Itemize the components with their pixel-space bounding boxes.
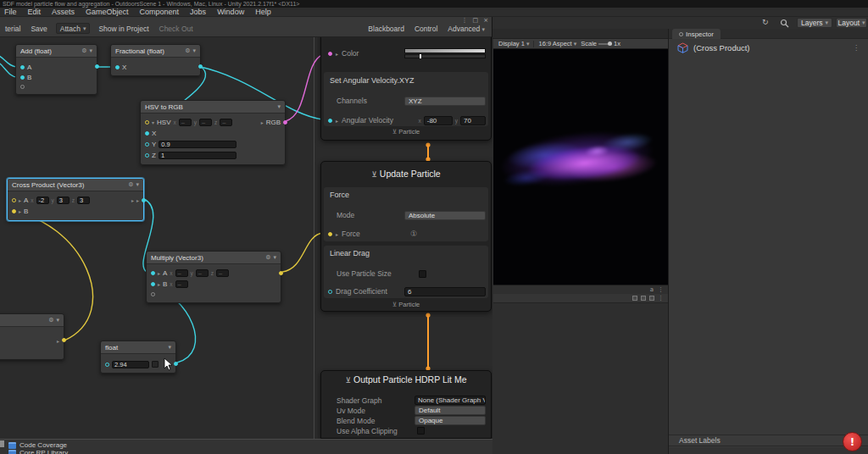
foldout-icon[interactable]: ▸ [158, 281, 160, 287]
chevron-down-icon[interactable]: ▾ [192, 47, 196, 54]
a-y-field[interactable]: 3 [57, 197, 70, 204]
output-port[interactable] [142, 198, 146, 202]
tab-inspector[interactable]: Inspector [672, 29, 721, 39]
context-set-angular-velocity[interactable]: ▸ Color Set Angular Velocity.XYZ Channel… [320, 37, 492, 141]
refresh-icon[interactable]: ↻ [762, 18, 769, 26]
float-value-field[interactable]: 2.94 [112, 361, 149, 368]
project-item-core-rp-library[interactable]: Core RP Library [8, 449, 68, 454]
a-z-field[interactable]: – [216, 269, 229, 277]
input-port[interactable] [20, 65, 25, 69]
gradient-field[interactable] [404, 48, 486, 53]
lock-icon[interactable]: a [650, 286, 654, 293]
search-icon[interactable] [780, 19, 789, 28]
hsv-z-field[interactable]: – [220, 119, 232, 126]
attach-button[interactable]: Attach ▾ [56, 23, 91, 34]
menu-file[interactable]: File [4, 8, 17, 16]
output-port[interactable] [198, 64, 203, 69]
context-output-particle[interactable]: ⊻ Output Particle HDRP Lit Me Shader Gra… [320, 370, 492, 439]
input-port[interactable] [145, 142, 149, 147]
control-toggle[interactable]: Control [409, 25, 442, 33]
a-x-field[interactable]: – [175, 269, 188, 277]
foldout-icon[interactable]: ▸ [158, 270, 160, 276]
advanced-dropdown[interactable]: Advanced ▾ [442, 25, 490, 33]
drag-coefficient-field[interactable]: 6 [404, 287, 486, 296]
menu-jobs[interactable]: Jobs [190, 8, 206, 16]
input-port[interactable] [145, 153, 149, 158]
node-fractional-float[interactable]: Fractional (float) ⚙ ▾ X [110, 44, 201, 76]
node-add-float[interactable]: Add (float) ⚙ ▾ A B [15, 44, 97, 95]
node-cross-product[interactable]: Cross Product (Vector3) ⚙ ▾ ▸ A x-2 y3 z… [7, 178, 144, 221]
chevron-down-icon[interactable]: ▾ [277, 103, 281, 110]
menu-component[interactable]: Component [140, 8, 180, 16]
angular-y-field[interactable]: 70 [460, 116, 486, 125]
node-hsv-to-rgb[interactable]: HSV to RGB ▾ ▾ HSV x– y– z– ▸RGB X Y0.9 [140, 100, 286, 165]
a-z-field[interactable]: 3 [77, 197, 90, 204]
a-x-field[interactable]: -2 [36, 197, 49, 204]
slider-track[interactable] [598, 43, 612, 45]
z-value-field[interactable]: 1 [159, 152, 236, 159]
input-port[interactable] [115, 65, 120, 69]
chevron-down-icon[interactable]: ▾ [273, 254, 276, 261]
material-label[interactable]: terial [0, 25, 25, 33]
gear-icon[interactable]: ⚙ [185, 47, 190, 54]
gear-icon[interactable]: ⚙ [128, 181, 133, 188]
asset-labels-bar[interactable]: Asset Labels [669, 435, 868, 446]
blend-mode-dropdown[interactable]: Opaque [415, 416, 486, 425]
hsv-x-field[interactable]: – [179, 119, 192, 126]
mode-dropdown[interactable]: Absolute [404, 211, 486, 220]
toolbar-icon[interactable] [632, 296, 637, 301]
input-port[interactable] [328, 119, 332, 123]
menu-assets[interactable]: Assets [52, 8, 75, 16]
input-port[interactable] [105, 363, 109, 367]
show-in-project-button[interactable]: Show in Project [93, 25, 153, 33]
aspect-dropdown[interactable]: 16:9 Aspect ▾ [538, 40, 576, 47]
use-particle-size-checkbox[interactable] [419, 270, 426, 278]
block-title[interactable]: Set Angular Velocity.XYZ [330, 76, 414, 85]
chevron-down-icon[interactable]: ▾ [168, 344, 171, 351]
chevron-down-icon[interactable]: ▾ [136, 181, 139, 188]
input-port[interactable] [20, 75, 25, 80]
scrollbar-thumb[interactable] [0, 440, 4, 447]
input-port[interactable] [12, 198, 16, 202]
foldout-icon[interactable]: ▸ [19, 208, 21, 214]
save-button[interactable]: Save [25, 25, 52, 33]
node-partial[interactable]: ⚙ ▾ ▸ [0, 313, 64, 360]
input-port[interactable] [12, 209, 16, 213]
layout-dropdown[interactable]: Layout ▾ [836, 18, 867, 28]
gear-icon[interactable]: ⚙ [81, 47, 86, 54]
input-port[interactable] [151, 282, 155, 286]
input-port[interactable] [328, 52, 332, 56]
node-multiply-vector3[interactable]: Multiply (Vector3) ⚙ ▾ ▸ A x– y– z– [146, 251, 281, 303]
blackboard-toggle[interactable]: Blackboard [363, 25, 409, 33]
output-port[interactable] [279, 271, 283, 275]
gear-icon[interactable]: ⚙ [265, 254, 270, 261]
gradient-alpha-field[interactable] [404, 54, 486, 58]
gear-icon[interactable]: ⚙ [48, 317, 53, 324]
layers-dropdown[interactable]: Layers ▾ [797, 18, 832, 28]
y-value-field[interactable]: 0.9 [159, 141, 236, 148]
channels-dropdown[interactable]: XYZ [404, 97, 486, 106]
slider-knob[interactable] [608, 42, 612, 46]
chevron-down-icon[interactable]: ▾ [89, 47, 92, 54]
toolbar-icon[interactable] [649, 296, 654, 301]
more-icon[interactable]: ⋮ [853, 44, 860, 52]
more-icon[interactable]: ⋮ [658, 295, 664, 302]
input-port[interactable] [328, 232, 332, 236]
force-block-title[interactable]: Force [330, 191, 349, 199]
chevron-down-icon[interactable]: ▾ [56, 317, 59, 324]
output-port[interactable] [174, 362, 178, 366]
output-port[interactable] [283, 120, 287, 125]
project-item-code-coverage[interactable]: Code Coverage [8, 441, 67, 449]
context-update-particle[interactable]: ⊻ Update Particle Force Mode Absolute ▸ … [320, 161, 492, 312]
menu-edit[interactable]: Edit [28, 8, 42, 16]
foldout-icon[interactable]: ▸ [19, 197, 21, 203]
error-notification-badge[interactable]: ! [843, 432, 862, 451]
angular-x-field[interactable]: -80 [424, 116, 453, 125]
expand-button[interactable] [152, 361, 159, 368]
toolbar-icon[interactable] [641, 296, 646, 301]
vfx-graph-canvas[interactable]: Add (float) ⚙ ▾ A B Fractional (float) ⚙… [0, 37, 492, 439]
shader-graph-object-field[interactable]: None (Shader Graph VF [415, 396, 486, 405]
use-alpha-clipping-checkbox[interactable] [417, 427, 425, 435]
uv-mode-dropdown[interactable]: Default [415, 406, 486, 415]
foldout-icon[interactable]: ▾ [152, 119, 154, 125]
